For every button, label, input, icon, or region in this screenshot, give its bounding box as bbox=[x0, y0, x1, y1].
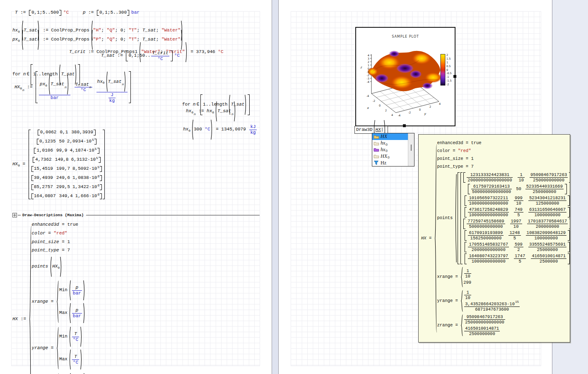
surface bbox=[367, 51, 442, 91]
formula-T-definition[interactable]: T := 0,1;5..500°C bbox=[15, 10, 69, 16]
sample-3d-plot: SAMPLE PLOT bbox=[356, 28, 455, 125]
folder-pale-icon bbox=[374, 141, 379, 146]
svg-text:-2: -2 bbox=[373, 99, 375, 103]
dropdown-item-label: hx bbox=[381, 147, 385, 153]
svg-text:0: 0 bbox=[379, 104, 381, 107]
svg-text:0: 0 bbox=[446, 68, 448, 72]
folder-tan-icon bbox=[374, 134, 379, 139]
svg-text:-1: -1 bbox=[446, 75, 449, 79]
svg-text:-4: -4 bbox=[398, 114, 400, 117]
svg-text:4: 4 bbox=[368, 54, 369, 57]
smath-worksheet-canvas: T := 0,1;5..500°C p := 0,1;5..300bar hx0… bbox=[0, 0, 588, 374]
z-axis-ticks: 43210-1-2-3-4 bbox=[367, 54, 369, 84]
resize-handle-right[interactable] bbox=[453, 75, 456, 78]
formula-HX0-matrix-result[interactable]: HX0 = 0,00620,1380,39390,1235502,0934·10… bbox=[12, 130, 105, 199]
dropdown-item-HX[interactable]: HX bbox=[372, 133, 408, 140]
svg-text:-2: -2 bbox=[408, 111, 411, 114]
formula-HX0-matrix-loop[interactable]: HX0n := px0T_satnbarT_satn°Chx0T_satnJkg bbox=[14, 71, 131, 103]
colorbar bbox=[441, 54, 445, 85]
dropdown-item-Hz[interactable]: Hz bbox=[372, 159, 408, 166]
x-axis-ticks: -4-2024 bbox=[366, 94, 393, 117]
svg-text:-2: -2 bbox=[367, 74, 369, 77]
dropdown-scrollbar[interactable] bbox=[408, 133, 414, 166]
expand-collapse-icon[interactable] bbox=[12, 213, 17, 217]
formula-hx0-at-300[interactable]: hx0300 °C = 1345,0079 kJkg bbox=[183, 119, 258, 140]
svg-text:1: 1 bbox=[446, 61, 448, 64]
dropdown-item-subscript: 0 bbox=[388, 155, 390, 159]
plot-region[interactable]: SAMPLE PLOT bbox=[355, 27, 455, 126]
z-axis-label: z bbox=[360, 65, 362, 69]
svg-text:4: 4 bbox=[439, 102, 441, 106]
plot-title: SAMPLE PLOT bbox=[392, 35, 419, 39]
svg-text:2: 2 bbox=[446, 53, 448, 57]
dropdown-scrollbar-thumb[interactable] bbox=[411, 145, 412, 151]
popup-HX-value: HX = enhanced3d = truecolor = "red"point… bbox=[421, 140, 570, 336]
svg-text:-0.5: -0.5 bbox=[446, 72, 452, 75]
svg-text:0: 0 bbox=[419, 108, 421, 111]
separator-rule bbox=[86, 215, 260, 215]
dropdown-item-hx0[interactable]: hx0 bbox=[372, 147, 408, 153]
svg-text:-2: -2 bbox=[446, 83, 449, 86]
dropdown-item-label: HX bbox=[381, 133, 387, 140]
colorbar-ticks: 21.510.50-0.5-1-1.5-2 bbox=[446, 53, 452, 86]
svg-text:-4: -4 bbox=[367, 80, 369, 84]
svg-text:1: 1 bbox=[368, 64, 369, 67]
svg-text:0.5: 0.5 bbox=[446, 65, 451, 68]
section-separator-draw-descriptions[interactable]: Draw-Descriptions (Maxima) bbox=[12, 213, 260, 217]
svg-text:-3: -3 bbox=[367, 77, 369, 80]
svg-text:3: 3 bbox=[368, 57, 369, 60]
y-axis-label: y bbox=[424, 112, 427, 116]
dropdown-item-subscript: 0 bbox=[386, 142, 388, 147]
dropdown-item-label: Hz bbox=[381, 160, 386, 166]
page-divider bbox=[272, 0, 279, 374]
funnel-icon bbox=[374, 160, 379, 165]
svg-text:4: 4 bbox=[391, 113, 393, 117]
folder-purple-icon bbox=[374, 147, 379, 152]
x-axis-label: x bbox=[367, 106, 369, 110]
svg-text:-4: -4 bbox=[366, 94, 369, 98]
separator-label: Draw-Descriptions (Maxima) bbox=[22, 213, 84, 217]
dropdown-item-subscript: 0 bbox=[386, 149, 388, 153]
svg-text:-1: -1 bbox=[367, 70, 369, 74]
formula-HX-draw-block[interactable]: HX := enhanced3d = truecolor = "red"poin… bbox=[12, 222, 88, 374]
dropdown-item-label: HX bbox=[381, 153, 387, 159]
svg-text:2: 2 bbox=[385, 109, 387, 112]
svg-text:1.5: 1.5 bbox=[446, 57, 451, 60]
dropdown-item-hx0[interactable]: hx0 bbox=[372, 140, 408, 147]
formula-hx0-loop[interactable]: hx0n := hx0T_satn bbox=[186, 101, 236, 122]
evaluation-popup: HX = enhanced3d = truecolor = "red"point… bbox=[418, 134, 570, 343]
resize-handle-bottom[interactable] bbox=[403, 124, 406, 127]
svg-text:2: 2 bbox=[429, 105, 431, 109]
dropdown-item-label: hx bbox=[381, 140, 385, 146]
formula-tsat-definition[interactable]: T_sat := 0,1;50..T_crit°C°C bbox=[101, 51, 180, 61]
formula-p-definition[interactable]: p := 0,1;5..300bar bbox=[83, 10, 140, 16]
autocomplete-dropdown[interactable]: HXhx0hx0HX0Hz bbox=[372, 133, 414, 166]
separator-dash bbox=[18, 215, 21, 215]
svg-text:2: 2 bbox=[368, 60, 369, 64]
dropdown-item-HX0[interactable]: HX0 bbox=[372, 153, 408, 159]
folder-pale-icon bbox=[374, 154, 379, 159]
svg-text:-1.5: -1.5 bbox=[446, 79, 452, 82]
y-axis-ticks: -4-2024 bbox=[398, 102, 441, 117]
svg-text:0: 0 bbox=[368, 67, 369, 70]
